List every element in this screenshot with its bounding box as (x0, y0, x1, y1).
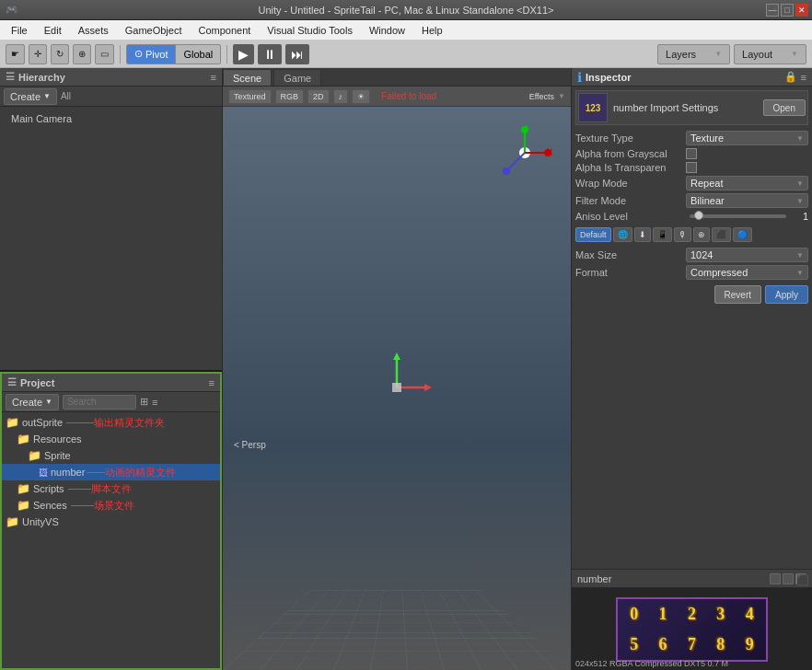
menu-file[interactable]: File (4, 23, 35, 38)
project-item-outsprite[interactable]: 📁 outSprite 输出精灵文件夹 (2, 414, 220, 431)
layout-dropdown-arrow: ▼ (791, 50, 798, 58)
hierarchy-all-btn[interactable]: All (61, 91, 71, 101)
rgb-btn[interactable]: RGB (275, 89, 305, 104)
platform-tab-download[interactable]: ⬇ (634, 227, 651, 242)
num-0: 0 (630, 605, 638, 624)
max-size-label: Max Size (575, 249, 686, 260)
project-item-sences[interactable]: 📁 Sences 场景文件 (2, 497, 220, 514)
audio-btn[interactable]: ♪ (333, 89, 349, 104)
tab-game[interactable]: Game (273, 69, 321, 86)
layout-dropdown[interactable]: Layout ▼ (734, 44, 806, 64)
project-tool-btn2[interactable]: ≡ (152, 397, 157, 408)
texture-type-value[interactable]: Texture ▼ (686, 131, 808, 145)
rotate-tool[interactable]: ↻ (51, 44, 69, 64)
num-6: 6 (659, 635, 667, 654)
platform-tab-mobile[interactable]: 📱 (653, 227, 672, 242)
annotation-text-number: 动画的精灵文件 (105, 466, 176, 479)
project-item-unityvs[interactable]: 📁 UnityVS (2, 514, 220, 530)
maximize-button[interactable]: □ (781, 4, 794, 17)
project-item-scripts[interactable]: 📁 Scripts 脚本文件 (2, 480, 220, 497)
hierarchy-create-arrow: ▼ (43, 92, 51, 100)
menu-bar: File Edit Assets GameObject Component Vi… (0, 20, 812, 40)
textured-btn[interactable]: Textured (228, 89, 272, 104)
project-search-input[interactable] (63, 395, 136, 410)
preview-ctrl-expand[interactable]: ⬛ (795, 573, 806, 584)
project-menu-btn[interactable]: ≡ (209, 377, 215, 388)
inspector-menu-btn[interactable]: ≡ (801, 72, 806, 83)
view-tabs: Scene Game (223, 68, 571, 87)
wrap-mode-value[interactable]: Repeat ▼ (686, 176, 808, 191)
layers-dropdown-arrow: ▼ (714, 50, 722, 58)
viewport[interactable]: Y X < Persp (223, 107, 571, 670)
preview-content: 0 1 2 3 4 5 6 7 8 9 024x512 RGBA Compres… (572, 588, 812, 670)
hierarchy-item-main-camera[interactable]: Main Camera (0, 110, 222, 127)
project-tool-btn1[interactable]: ⊞ (140, 396, 148, 408)
preview-info: 024x512 RGBA Compressed DXT5 0.7 M (575, 659, 728, 668)
arrow-line1 (66, 422, 94, 423)
alpha-grayscale-checkbox[interactable] (686, 148, 697, 159)
menu-window[interactable]: Window (362, 23, 412, 38)
move-tool[interactable]: ✛ (29, 44, 47, 64)
wrap-mode-row: Wrap Mode Repeat ▼ (575, 176, 808, 191)
layers-dropdown[interactable]: Layers ▼ (657, 44, 730, 64)
menu-edit[interactable]: Edit (37, 23, 69, 38)
platform-tab-circle[interactable]: ⊕ (693, 227, 710, 242)
platform-tab-audio[interactable]: 🎙 (674, 227, 691, 242)
menu-gameobject[interactable]: GameObject (118, 23, 190, 38)
format-label: Format (575, 267, 686, 278)
menu-help[interactable]: Help (414, 23, 450, 38)
project-create-arrow: ▼ (45, 398, 52, 406)
tab-scene[interactable]: Scene (223, 69, 272, 86)
minimize-button[interactable]: — (766, 4, 779, 17)
layout-label: Layout (742, 49, 772, 60)
hierarchy-menu-btn[interactable]: ≡ (211, 72, 216, 83)
menu-visual-studio[interactable]: Visual Studio Tools (260, 23, 360, 38)
pause-button[interactable]: ⏸ (258, 44, 282, 64)
lock-icon[interactable]: 🔒 (784, 71, 797, 83)
max-size-row: Max Size 1024 ▼ (575, 248, 808, 262)
menu-assets[interactable]: Assets (71, 23, 116, 38)
preview-ctrl-2[interactable] (783, 573, 794, 584)
open-button[interactable]: Open (763, 99, 806, 116)
hierarchy-toolbar: Create ▼ All (0, 87, 222, 107)
menu-component[interactable]: Component (191, 23, 258, 38)
window-icon: 🎮 (6, 4, 18, 16)
project-item-label-sences: Sences (33, 500, 67, 511)
platform-tab-blue[interactable]: 🔵 (733, 227, 752, 242)
hierarchy-create-btn[interactable]: Create ▼ (4, 88, 57, 105)
effects-btn[interactable]: Effects (529, 92, 554, 101)
platform-tab-black[interactable]: ⬛ (712, 227, 731, 242)
scale-tool[interactable]: ⊕ (73, 44, 91, 64)
project-item-label-scripts: Scripts (33, 483, 64, 494)
apply-button[interactable]: Apply (765, 285, 808, 304)
annotation-text-outsprite: 输出精灵文件夹 (94, 416, 165, 430)
rect-tool[interactable]: ▭ (95, 44, 114, 64)
filter-mode-value[interactable]: Bilinear ▼ (686, 193, 808, 208)
hand-tool[interactable]: ☛ (6, 44, 25, 64)
filter-mode-arrow: ▼ (796, 197, 804, 205)
aniso-slider[interactable] (690, 214, 786, 218)
revert-button[interactable]: Revert (714, 285, 761, 304)
play-button[interactable]: ▶ (233, 44, 254, 64)
inspector-buttons: Revert Apply (575, 285, 808, 304)
platform-tab-default[interactable]: Default (575, 227, 611, 242)
global-option[interactable]: Global (176, 45, 220, 64)
platform-tab-web[interactable]: 🌐 (613, 227, 632, 242)
step-button[interactable]: ⏭ (285, 44, 309, 64)
project-item-number[interactable]: 🖼 number 动画的精灵文件 (2, 464, 220, 480)
preview-ctrl-1[interactable] (770, 573, 781, 584)
fx-btn[interactable]: ☀ (352, 89, 370, 104)
pivot-option[interactable]: ⊙ Pivot (127, 45, 176, 64)
preview-image: 0 1 2 3 4 5 6 7 8 9 (616, 597, 768, 662)
format-val-text: Compressed (690, 267, 748, 278)
project-item-resources[interactable]: 📁 Resources (2, 431, 220, 447)
format-value[interactable]: Compressed ▼ (686, 265, 808, 280)
alpha-transparent-checkbox[interactable] (686, 162, 697, 173)
max-size-value[interactable]: 1024 ▼ (686, 248, 808, 262)
project-item-sprite[interactable]: 📁 Sprite (2, 447, 220, 464)
num-9: 9 (746, 635, 754, 654)
close-button[interactable]: ✕ (795, 4, 808, 17)
project-create-btn[interactable]: Create ▼ (6, 394, 59, 410)
2d-btn[interactable]: 2D (307, 89, 330, 104)
project-title: Project (20, 377, 54, 388)
